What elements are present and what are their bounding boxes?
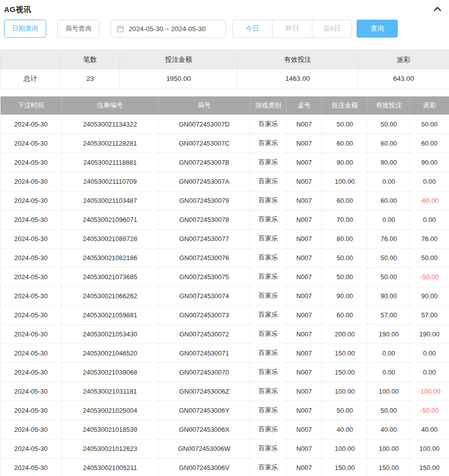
round-id-cell: GN0072453006W xyxy=(159,439,250,458)
round-id-cell: GN00724530071 xyxy=(159,343,250,363)
col-game-type: 游戏类别 xyxy=(250,96,287,114)
quick-yesterday-button[interactable]: 昨日 xyxy=(272,20,312,37)
valid-bet-cell: 76.00 xyxy=(368,229,410,248)
payout-cell: -50.00 xyxy=(410,267,449,286)
bet-id-cell: 240530021025004 xyxy=(62,401,159,420)
game-type-cell: 百家乐 xyxy=(250,191,287,210)
table-row: 2024-05-30240530021110709GN0072453007A百家… xyxy=(1,172,449,191)
valid-bet-cell: 100.00 xyxy=(368,382,410,401)
round-id-cell: GN0072453006Z xyxy=(159,382,250,401)
game-type-cell: 百家乐 xyxy=(250,420,287,439)
table-row: 2024-05-30240530021031181GN0072453006Z百家… xyxy=(1,382,449,401)
game-type-cell: 百家乐 xyxy=(250,458,287,476)
payout-cell: 90.00 xyxy=(410,286,449,305)
valid-bet-cell: 0.00 xyxy=(368,343,410,363)
col-valid-bet: 有效投注 xyxy=(368,96,410,114)
summary-col-blank xyxy=(1,50,61,69)
bet-id-cell: 240530021088728 xyxy=(62,229,159,248)
col-payout: 派彩 xyxy=(410,96,449,114)
quick-today-button[interactable]: 今日 xyxy=(233,20,272,37)
summary-table: 笔数 投注金额 有效投注 派彩 总计 23 1950.00 1463.00 64… xyxy=(0,50,449,88)
date-query-tab[interactable]: 日期查询 xyxy=(4,20,46,38)
bet-id-cell: 240530021018539 xyxy=(62,420,159,439)
bet-id-cell: 240530021103487 xyxy=(62,191,159,210)
round-id-cell: GN00724530078 xyxy=(159,210,250,229)
summary-col-payout: 派彩 xyxy=(358,50,449,69)
game-type-cell: 百家乐 xyxy=(250,324,287,343)
payout-cell: 57.00 xyxy=(410,305,449,324)
round-id-cell: GN00724530077 xyxy=(159,229,250,248)
bet-time-cell: 2024-05-30 xyxy=(1,363,62,382)
round-id-cell: GN0072453006X xyxy=(159,420,250,439)
bet-id-cell: 240530021118881 xyxy=(62,153,159,172)
bet-time-cell: 2024-05-30 xyxy=(1,229,62,248)
bet-id-cell: 240530021128281 xyxy=(62,134,159,153)
table-row: 2024-05-30240530021082186GN00724530076百家… xyxy=(1,248,449,267)
payout-cell: 40.00 xyxy=(410,420,449,439)
bet-time-cell: 2024-05-30 xyxy=(1,382,62,401)
summary-total-row: 总计 23 1950.00 1463.00 643.00 xyxy=(1,69,449,88)
round-id-cell: GN00724530075 xyxy=(159,267,250,286)
game-type-cell: 百家乐 xyxy=(250,363,287,382)
bet-amount-cell: 200.00 xyxy=(322,324,368,343)
bet-amount-cell: 50.00 xyxy=(322,401,368,420)
game-type-cell: 百家乐 xyxy=(250,267,287,286)
valid-bet-cell: 150.00 xyxy=(368,458,410,476)
valid-bet-cell: 100.00 xyxy=(368,439,410,458)
table-row: 2024-05-30240530021096071GN00724530078百家… xyxy=(1,210,449,229)
bet-id-cell: 240530021005211 xyxy=(62,458,159,476)
table-row: 2024-05-30240530021018539GN0072453006X百家… xyxy=(1,420,449,439)
bet-amount-cell: 60.00 xyxy=(322,305,368,324)
table-row: 2024-05-30240530021039068GN00724530070百家… xyxy=(1,363,449,382)
bet-amount-cell: 150.00 xyxy=(322,458,368,476)
table-row: 2024-05-30240530021059881GN00724530073百家… xyxy=(1,305,449,324)
payout-cell: 0.00 xyxy=(410,172,449,191)
table-no-cell: N007 xyxy=(287,191,322,210)
round-id-cell: GN00724530074 xyxy=(159,286,250,305)
bet-time-cell: 2024-05-30 xyxy=(1,324,62,343)
ag-video-panel: AG视讯 日期查询 局号查询 2024-05-30 ~ 2024-05-30 今… xyxy=(0,0,449,476)
round-query-tab[interactable]: 局号查询 xyxy=(57,20,99,38)
valid-bet-cell: 0.00 xyxy=(368,210,410,229)
col-table-no: 桌号 xyxy=(287,96,322,114)
bet-amount-cell: 100.00 xyxy=(322,172,368,191)
summary-col-bet-amount: 投注金额 xyxy=(120,50,238,69)
table-row: 2024-05-30240530021053430GN00724530072百家… xyxy=(1,324,449,343)
bet-amount-cell: 90.00 xyxy=(322,286,368,305)
bet-amount-cell: 90.00 xyxy=(322,153,368,172)
page-title: AG视讯 xyxy=(4,5,32,15)
search-button[interactable]: 查询 xyxy=(357,20,398,38)
table-row: 2024-05-30240530021103487GN00724530079百家… xyxy=(1,191,449,210)
bet-time-cell: 2024-05-30 xyxy=(1,172,62,191)
filter-bar: 日期查询 局号查询 2024-05-30 ~ 2024-05-30 今日 昨日 … xyxy=(0,19,449,38)
payout-cell: -60.00 xyxy=(410,191,449,210)
bet-time-cell: 2024-05-30 xyxy=(1,267,62,286)
bet-records-table: 下注时间 注单编号 局号 游戏类别 桌号 投注金额 有效投注 派彩 2024-0… xyxy=(0,96,449,476)
date-range-value: 2024-05-30 ~ 2024-05-30 xyxy=(129,25,206,33)
bet-id-cell: 240530021110709 xyxy=(62,172,159,191)
bet-time-cell: 2024-05-30 xyxy=(1,191,62,210)
game-type-cell: 百家乐 xyxy=(250,305,287,324)
collapse-button[interactable] xyxy=(433,5,442,14)
game-type-cell: 百家乐 xyxy=(250,286,287,305)
panel-header: AG视讯 xyxy=(0,0,449,17)
round-id-cell: GN0072453006Y xyxy=(159,401,250,420)
table-no-cell: N007 xyxy=(287,172,322,191)
bet-id-cell: 240530021073685 xyxy=(62,267,159,286)
bet-id-cell: 240530021066262 xyxy=(62,286,159,305)
summary-col-valid-bet: 有效投注 xyxy=(238,50,358,69)
payout-cell: 90.00 xyxy=(410,153,449,172)
bet-id-cell: 240530021059881 xyxy=(62,305,159,324)
game-type-cell: 百家乐 xyxy=(250,134,287,153)
table-row: 2024-05-30240530021073685GN00724530075百家… xyxy=(1,267,449,286)
game-type-cell: 百家乐 xyxy=(250,114,287,134)
payout-cell: 0.00 xyxy=(410,343,449,363)
round-id-cell: GN0072453007A xyxy=(159,172,250,191)
col-round-id: 局号 xyxy=(159,96,250,114)
quick-last8days-button[interactable]: 近8日 xyxy=(312,20,352,37)
payout-cell: 150.00 xyxy=(410,458,449,476)
game-type-cell: 百家乐 xyxy=(250,401,287,420)
date-range-picker[interactable]: 2024-05-30 ~ 2024-05-30 xyxy=(110,20,226,38)
payout-cell: 50.00 xyxy=(410,248,449,267)
payout-cell: 0.00 xyxy=(410,210,449,229)
